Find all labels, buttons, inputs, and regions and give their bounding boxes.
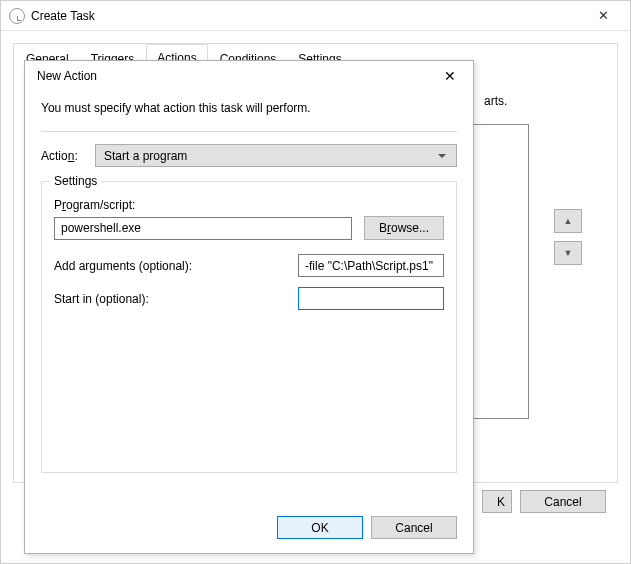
reorder-buttons: ▲ ▼ [554,209,582,265]
divider [41,131,457,132]
cancel-button[interactable]: Cancel [520,490,606,513]
dialog-instruction: You must specify what action this task w… [41,101,457,115]
arguments-input[interactable] [298,254,444,277]
action-dropdown-value: Start a program [104,149,187,163]
program-label: Program/script: [54,198,444,212]
action-dropdown[interactable]: Start a program [95,144,457,167]
arguments-row: Add arguments (optional): [54,254,444,277]
dialog-body: You must specify what action this task w… [25,91,473,504]
titlebar[interactable]: Create Task ✕ [1,1,630,31]
outer-button-row: K Cancel [482,490,606,513]
move-down-button[interactable]: ▼ [554,241,582,265]
spacer [54,320,444,460]
program-input[interactable] [54,217,352,240]
dialog-title: New Action [37,69,97,83]
startin-row: Start in (optional): [54,287,444,310]
startin-input[interactable] [298,287,444,310]
close-icon[interactable]: ✕ [435,68,465,84]
move-up-button[interactable]: ▲ [554,209,582,233]
close-icon[interactable]: ✕ [581,2,626,30]
actions-instruction-partial: arts. [484,94,507,108]
startin-label: Start in (optional): [54,292,298,306]
action-row: Action: Start a program [41,144,457,167]
window-title: Create Task [31,9,95,23]
ok-button-partial[interactable]: K [482,490,512,513]
cancel-button[interactable]: Cancel [371,516,457,539]
settings-fieldset: Settings Program/script: Browse... Add a… [41,181,457,473]
settings-legend: Settings [50,174,101,188]
dialog-titlebar[interactable]: New Action ✕ [25,61,473,91]
action-label: Action: [41,149,85,163]
new-action-dialog: New Action ✕ You must specify what actio… [24,60,474,554]
ok-button[interactable]: OK [277,516,363,539]
program-row: Browse... [54,216,444,240]
arguments-label: Add arguments (optional): [54,259,298,273]
browse-button[interactable]: Browse... [364,216,444,240]
dialog-footer: OK Cancel [25,504,473,553]
clock-icon [9,8,25,24]
